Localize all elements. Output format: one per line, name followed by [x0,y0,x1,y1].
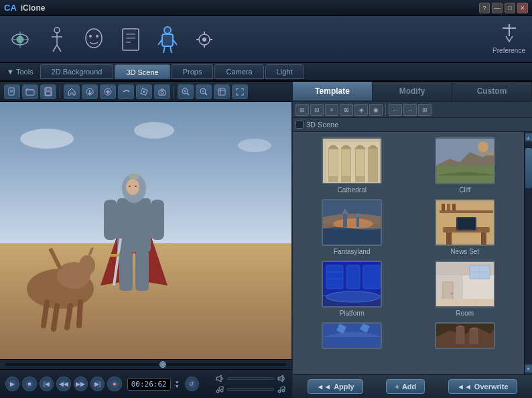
right-panel: Template Modify Custom ⊞ ⊟ ≡ ⊠ ◈ ◉ ← → ⊞ [291,82,532,398]
sub-icon-2[interactable]: ⊟ [310,104,324,116]
new-button[interactable] [4,84,20,99]
music-slider[interactable] [215,385,286,393]
svg-rect-108 [481,233,486,245]
toolbar-figure-icon[interactable] [44,23,70,56]
transform-button[interactable] [136,84,152,99]
sub-icon-7[interactable]: ← [389,104,402,116]
toolbar-face-icon[interactable] [80,23,107,56]
thumb-room[interactable]: Room [411,261,519,317]
thumb-fantasyland[interactable]: Fantasyland [298,199,406,255]
apply-button[interactable]: ◄◄ Apply [308,379,362,394]
loop-button[interactable]: ↺ [185,377,199,391]
sub-icon-8[interactable]: → [403,104,417,116]
rewind-button[interactable]: ◀◀ [56,377,70,391]
thumb-partial2[interactable] [411,322,519,351]
stop-button[interactable]: ■ [22,377,36,391]
tab-custom[interactable]: Custom [452,82,532,101]
svg-point-75 [216,390,219,393]
thumb-grid: Cathedral [298,137,519,351]
thumb-platform[interactable]: Platform [298,261,406,317]
thumb-img-fantasyland[interactable] [322,199,382,246]
camera-button[interactable] [154,84,170,99]
timeline-handle[interactable] [159,361,166,368]
music-track[interactable] [227,388,274,391]
fast-forward-button[interactable]: ▶▶ [74,377,88,391]
reset-view-button[interactable] [214,84,230,99]
tab-props[interactable]: Props [172,64,214,79]
scroll-track[interactable] [525,141,532,364]
svg-point-81 [282,389,285,392]
minimize-button[interactable]: — [492,3,503,13]
svg-line-83 [281,387,285,387]
right-scrollbar[interactable]: ▲ ▼ [524,132,532,374]
sub-icon-5[interactable]: ◈ [354,104,368,116]
voice-track[interactable] [227,377,274,380]
thumb-img-newsset[interactable] [435,199,495,246]
svg-point-76 [220,389,223,392]
timeline-track[interactable] [5,363,286,366]
toolbar-body-icon[interactable] [154,23,181,56]
voice-slider[interactable] [215,375,286,383]
preference-button[interactable]: Preference [492,23,525,54]
tab-light[interactable]: Light [265,64,304,79]
svg-point-23 [202,38,206,42]
add-button-right[interactable]: + Add [386,379,425,394]
record-button[interactable]: ● [107,377,121,391]
app-logo: CA [4,3,17,13]
tab-modify[interactable]: Modify [373,82,452,101]
thumb-img-partial2[interactable] [435,322,495,349]
sub-icon-6[interactable]: ◉ [369,104,383,116]
fullscreen-button[interactable] [232,84,248,99]
timeline-bar[interactable] [0,359,291,370]
scene-checkbox[interactable] [295,121,304,129]
svg-rect-102 [343,214,347,227]
thumbnails-area[interactable]: Cathedral [293,132,524,374]
tab-3d-scene[interactable]: 3D Scene [115,64,170,79]
scene-tree-item[interactable]: 3D Scene [295,121,529,129]
maximize-button[interactable]: □ [505,3,515,13]
thumb-label-cliff: Cliff [459,186,470,194]
scroll-thumb[interactable] [525,148,532,188]
help-button[interactable]: ? [479,3,490,13]
open-button[interactable] [22,84,38,99]
thumb-img-room[interactable] [435,261,495,308]
thumb-img-platform[interactable] [322,261,382,308]
down-button[interactable] [82,84,98,99]
thumb-img-cliff[interactable] [435,137,495,184]
tools-label: ▼ Tools [7,68,34,76]
thumb-img-cathedral[interactable] [322,137,382,184]
thumb-img-partial1[interactable] [322,322,382,349]
add-button[interactable] [100,84,116,99]
undo-button[interactable] [118,84,134,99]
svg-rect-103 [356,217,359,227]
next-frame-button[interactable]: ▶| [90,377,105,391]
tab-2d-background[interactable]: 2D Background [40,64,114,79]
svg-point-96 [478,141,488,152]
thumb-cliff[interactable]: Cliff [411,137,519,194]
play-button[interactable]: ▶ [5,377,19,391]
zoom-in-button[interactable] [178,84,194,99]
svg-rect-110 [458,218,475,229]
overwrite-button[interactable]: ◄◄ Overwrite [448,379,517,394]
close-button[interactable]: ✕ [517,3,528,13]
thumb-cathedral[interactable]: Cathedral [298,137,406,194]
save-button[interactable] [40,84,56,99]
timecode-spinners[interactable]: ▲ ▼ [175,379,180,389]
tab-template[interactable]: Template [293,82,373,101]
toolbar-scene-icon[interactable] [7,23,34,56]
zoom-out-button[interactable] [196,84,212,99]
thumb-partial1[interactable] [298,322,406,351]
prev-frame-button[interactable]: |◀ [40,377,54,391]
sub-icon-4[interactable]: ⊠ [340,104,353,116]
thumb-newsset[interactable]: News Set [411,199,519,255]
toolbar-settings-icon[interactable] [191,23,218,56]
sub-icon-9[interactable]: ⊞ [418,104,431,116]
scroll-down-button[interactable]: ▼ [525,364,532,373]
tab-camera[interactable]: Camera [214,64,263,79]
toolbar-motion-icon[interactable] [117,23,144,56]
add-icon: + [395,383,399,391]
sub-icon-1[interactable]: ⊞ [295,104,309,116]
sub-icon-3[interactable]: ≡ [325,104,338,116]
home-button[interactable] [64,84,80,99]
scroll-up-button[interactable]: ▲ [525,133,532,141]
